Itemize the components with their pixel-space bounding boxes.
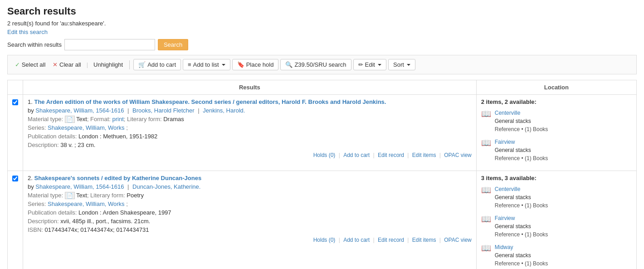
author-separator: | <box>126 183 131 190</box>
x-icon: ✕ <box>53 61 58 68</box>
result-location-1: 2 items, 2 available:📖CentervilleGeneral… <box>476 95 636 171</box>
edit-items-link[interactable]: Edit items <box>412 152 436 158</box>
result-title-2[interactable]: Shakespeare's sonnets / edited by Kather… <box>34 175 201 181</box>
dropdown-caret <box>222 64 225 66</box>
location-name-link-2-2[interactable]: Fairview <box>495 215 515 221</box>
edit-caret <box>378 64 381 66</box>
location-ref-1-2: Reference • (1) Books <box>495 154 548 162</box>
edit-record-link[interactable]: Edit record <box>378 152 404 158</box>
add-to-cart-link[interactable]: Add to cart <box>343 152 370 158</box>
author-separator: | <box>196 107 201 114</box>
location-item-1-1: 📖CentervilleGeneral stacksReference • (1… <box>481 109 632 133</box>
author-link-2-1[interactable]: Shakespeare, William, 1564-1616 <box>35 183 124 190</box>
series-link[interactable]: Shakespeare, William, Works <box>48 201 125 207</box>
location-ref-2-2: Reference • (1) Books <box>495 230 548 239</box>
result-meta-type-2: Material type: 📄 Text; Literary form: Po… <box>28 192 472 199</box>
sort-dropdown[interactable]: Sort <box>388 59 415 70</box>
location-item-2-3: 📖MidwayGeneral stacksReference • (1) Boo… <box>481 243 632 268</box>
result-count: 2 result(s) found for 'au:shakespeare'. <box>7 20 637 27</box>
table-row: 2. Shakespeare's sonnets / edited by Kat… <box>8 171 637 269</box>
search-within-label: Search within results <box>7 41 62 48</box>
author-separator: | <box>126 107 131 114</box>
location-details-2-1: CentervilleGeneral stacksReference • (1)… <box>495 185 548 210</box>
result-actions-1: Holds (0) | Add to cart | Edit record | … <box>28 152 472 158</box>
results-table: Results Location 1. The Arden edition of… <box>7 80 637 269</box>
result-description-2: Description: xvii, 485p ill., port., fac… <box>28 218 472 225</box>
hold-icon: 🔖 <box>237 61 244 68</box>
result-number-1: 1. <box>28 98 34 105</box>
add-to-cart-button[interactable]: 🛒 Add to cart <box>133 59 181 70</box>
col-header-checkbox <box>8 80 23 95</box>
author-link-1-3[interactable]: Jenkins, Harold. <box>203 107 245 114</box>
result-publication-2: Publication details: London : Arden Shak… <box>28 209 472 216</box>
book-icon: 📖 <box>481 185 491 195</box>
location-stacks-1-1: General stacks <box>495 117 548 125</box>
result-publication-1: Publication details: London : Methuen, 1… <box>28 133 472 140</box>
add-to-cart-link[interactable]: Add to cart <box>343 237 370 243</box>
location-stacks-2-1: General stacks <box>495 193 548 201</box>
location-item-1-2: 📖FairviewGeneral stacksReference • (1) B… <box>481 138 632 162</box>
location-summary-1: 2 items, 2 available: <box>481 98 632 105</box>
cart-icon: 🛒 <box>138 61 146 68</box>
location-details-2-3: MidwayGeneral stacksReference • (1) Book… <box>495 243 548 268</box>
select-all-button[interactable]: ✓ Select all <box>12 59 48 70</box>
toolbar: ✓ Select all ✕ Clear all | Unhighlight 🛒… <box>7 55 637 74</box>
location-name-link-1-1[interactable]: Centerville <box>495 110 521 116</box>
result-authors-2: by Shakespeare, William, 1564-1616 | Dun… <box>28 183 472 190</box>
edit-dropdown[interactable]: ✏ Edit <box>353 59 386 70</box>
toolbar-divider: | <box>87 61 88 68</box>
result-location-2: 3 items, 3 available:📖CentervilleGeneral… <box>476 171 636 269</box>
place-hold-button[interactable]: 🔖 Place hold <box>232 59 279 70</box>
author-link-2-2[interactable]: Duncan-Jones, Katherine. <box>132 183 200 190</box>
location-name-link-1-2[interactable]: Fairview <box>495 139 515 145</box>
edit-items-link[interactable]: Edit items <box>412 237 436 243</box>
holds-link[interactable]: Holds (0) <box>313 152 336 158</box>
search-within-input[interactable] <box>64 39 155 50</box>
location-name-link-2-1[interactable]: Centerville <box>495 186 521 192</box>
location-name-link-2-3[interactable]: Midway <box>495 244 513 250</box>
result-title-1[interactable]: The Arden edition of the works of Willia… <box>34 98 386 105</box>
result-checkbox-cell-2 <box>8 171 23 269</box>
list-icon: ≡ <box>188 61 191 68</box>
edit-record-link[interactable]: Edit record <box>378 237 404 243</box>
add-to-list-dropdown[interactable]: ≡ Add to list <box>183 59 230 70</box>
location-summary-2: 3 items, 3 available: <box>481 175 632 181</box>
result-series-2: Series: Shakespeare, William, Works ; <box>28 201 472 207</box>
pencil-icon: ✏ <box>358 61 363 68</box>
location-details-1-1: CentervilleGeneral stacksReference • (1)… <box>495 109 548 133</box>
series-link[interactable]: Shakespeare, William, Works <box>48 124 125 131</box>
page-title: Search results <box>7 5 637 17</box>
search-within-row: Search within results Search <box>7 39 637 50</box>
edit-search-link[interactable]: Edit this search <box>7 29 48 35</box>
result-isbn-2: ISBN: 017443474x; 017443474x; 0174434731 <box>28 226 472 233</box>
result-checkbox-1[interactable] <box>12 99 18 105</box>
result-checkbox-cell-1 <box>8 95 23 171</box>
unhighlight-button[interactable]: Unhighlight <box>91 59 126 70</box>
location-ref-1-1: Reference • (1) Books <box>495 125 548 133</box>
author-link-1-1[interactable]: Shakespeare, William, 1564-1616 <box>35 107 124 114</box>
toolbar-separator <box>129 60 130 69</box>
search-within-button[interactable]: Search <box>158 39 188 50</box>
location-stacks-2-2: General stacks <box>495 222 548 230</box>
result-authors-1: by Shakespeare, William, 1564-1616 | Bro… <box>28 107 472 114</box>
result-actions-2: Holds (0) | Add to cart | Edit record | … <box>28 237 472 243</box>
format-link[interactable]: print <box>112 116 124 122</box>
location-details-2-2: FairviewGeneral stacksReference • (1) Bo… <box>495 214 548 239</box>
result-number-2: 2. <box>28 175 34 181</box>
result-content-2: 2. Shakespeare's sonnets / edited by Kat… <box>23 171 477 269</box>
author-link-1-2[interactable]: Brooks, Harold Fletcher <box>132 107 195 114</box>
result-content-1: 1. The Arden edition of the works of Wil… <box>23 95 477 171</box>
holds-link[interactable]: Holds (0) <box>313 237 336 243</box>
sort-caret <box>407 64 410 66</box>
clear-all-button[interactable]: ✕ Clear all <box>50 59 83 70</box>
book-icon: 📖 <box>481 214 491 224</box>
opac-view-link[interactable]: OPAC view <box>444 237 471 243</box>
result-checkbox-2[interactable] <box>12 176 18 181</box>
location-stacks-2-3: General stacks <box>495 251 548 259</box>
location-item-2-1: 📖CentervilleGeneral stacksReference • (1… <box>481 185 632 210</box>
location-ref-2-3: Reference • (1) Books <box>495 259 548 268</box>
location-details-1-2: FairviewGeneral stacksReference • (1) Bo… <box>495 138 548 162</box>
opac-view-link[interactable]: OPAC view <box>444 152 471 158</box>
result-description-1: Description: 38 v. ; 23 cm. <box>28 142 472 148</box>
z3950-search-button[interactable]: 🔍 Z39.50/SRU search <box>280 59 351 70</box>
